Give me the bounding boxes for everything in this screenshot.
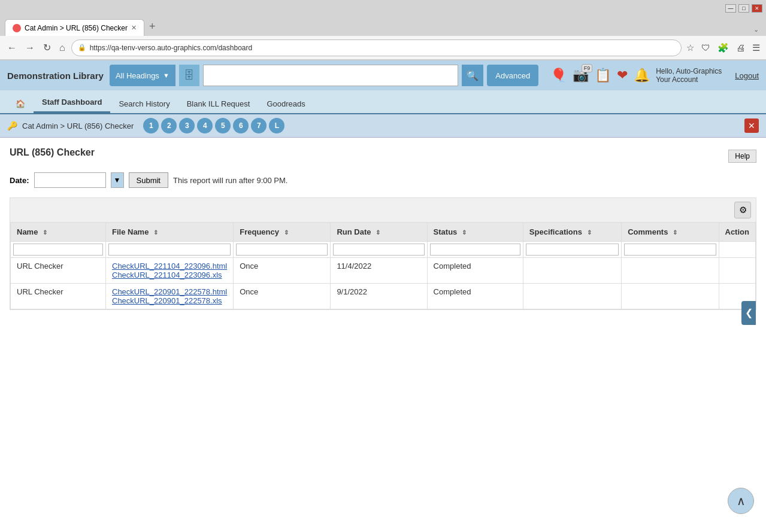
browser-toolbar: ← → ↻ ⌂ 🔒 ☆ 🛡 🧩 🖨 ☰ [0, 36, 766, 60]
headings-label: All Headings [116, 71, 159, 80]
filter-comments[interactable] [624, 244, 716, 256]
sort-rundate-icon[interactable]: ⇕ [376, 229, 380, 236]
row1-action [719, 258, 756, 284]
title-bar: — □ ✕ [0, 0, 766, 17]
page-l-button[interactable]: L [269, 118, 284, 133]
bell-icon[interactable]: 🔔 [634, 68, 650, 83]
filter-specifications[interactable] [526, 244, 619, 256]
row2-html-link[interactable]: CheckURL_220901_222578.html [112, 287, 227, 296]
col-name: Name ⇕ [11, 223, 106, 242]
minimize-button[interactable]: — [725, 4, 736, 13]
advanced-button[interactable]: Advanced [487, 65, 538, 86]
table-header-row: Name ⇕ File Name ⇕ Frequency ⇕ Run Date … [11, 223, 756, 242]
row2-status: Completed [427, 284, 523, 309]
list-icon[interactable]: 📋 [595, 68, 611, 83]
new-tab-button[interactable]: + [144, 20, 161, 33]
table-row: URL Checker CheckURL_220901_222578.html … [11, 284, 756, 309]
window-controls[interactable]: — □ ✕ [725, 4, 762, 13]
blank-ill-request-nav-item[interactable]: Blank ILL Request [178, 95, 259, 113]
app-header: Demonstration Library All Headings ▼ 🗄 🔍… [0, 60, 766, 90]
close-breadcrumb-button[interactable]: ✕ [744, 118, 759, 133]
extensions-button[interactable]: 🧩 [716, 41, 730, 54]
help-button[interactable]: Help [728, 150, 756, 163]
headings-dropdown[interactable]: All Headings ▼ [110, 65, 175, 86]
goodreads-nav-item[interactable]: Goodreads [258, 95, 313, 113]
tab-close-icon[interactable]: ✕ [131, 24, 137, 32]
bookmark-button[interactable]: ☆ [685, 41, 695, 54]
chevron-left-icon: ❮ [745, 307, 753, 318]
account-section[interactable]: Hello, Auto-Graphics Your Account [656, 67, 722, 84]
tab-dropdown-button[interactable]: ⌄ [751, 23, 761, 36]
browser-tabs: Cat Admin > URL (856) Checker ✕ + ⌄ [0, 17, 766, 36]
row1-xls-link[interactable]: CheckURL_221104_223096.xls [112, 270, 227, 279]
tab-title: Cat Admin > URL (856) Checker [25, 24, 128, 32]
back-button[interactable]: ← [5, 41, 19, 54]
date-input[interactable] [34, 172, 106, 188]
sort-specifications-icon[interactable]: ⇕ [587, 229, 592, 236]
filter-rundate[interactable] [333, 244, 424, 256]
account-label: Your Account [656, 75, 722, 84]
home-button[interactable]: ⌂ [57, 41, 68, 54]
filter-name[interactable] [13, 244, 103, 256]
filter-frequency[interactable] [236, 244, 328, 256]
submit-button[interactable]: Submit [129, 172, 168, 188]
row2-rundate: 9/1/2022 [331, 284, 427, 309]
refresh-button[interactable]: ↻ [41, 41, 53, 54]
page-4-button[interactable]: 4 [197, 118, 213, 133]
row1-rundate: 11/4/2022 [331, 258, 427, 284]
chevron-up-icon: ∧ [737, 494, 746, 497]
address-input[interactable] [90, 44, 675, 52]
tab-favicon [13, 24, 21, 32]
table-row: URL Checker CheckURL_221104_223096.html … [11, 258, 756, 284]
sort-status-icon[interactable]: ⇕ [462, 229, 467, 236]
collapse-panel-button[interactable]: ❮ [741, 301, 756, 325]
search-input[interactable] [203, 65, 459, 86]
shield-button[interactable]: 🛡 [700, 41, 711, 54]
row1-frequency: Once [234, 258, 331, 284]
database-icon-button[interactable]: 🗄 [179, 65, 199, 86]
sort-comments-icon[interactable]: ⇕ [673, 229, 677, 236]
sort-name-icon[interactable]: ⇕ [43, 229, 47, 236]
date-picker-button[interactable]: ▼ [111, 172, 124, 188]
sort-frequency-icon[interactable]: ⇕ [284, 229, 289, 236]
menu-button[interactable]: ☰ [751, 41, 761, 54]
col-status: Status ⇕ [427, 223, 523, 242]
col-rundate: Run Date ⇕ [331, 223, 427, 242]
row2-xls-link[interactable]: CheckURL_220901_222578.xls [112, 296, 227, 305]
lock-icon: 🔒 [78, 44, 86, 51]
search-icon: 🔍 [467, 70, 479, 81]
logout-button[interactable]: Logout [735, 71, 759, 80]
home-nav-item[interactable]: 🏠 [7, 95, 34, 113]
page-2-button[interactable]: 2 [161, 118, 177, 133]
row2-specifications [523, 284, 621, 309]
pagination-numbers: 1 2 3 4 5 6 7 L [143, 118, 284, 133]
gear-button[interactable]: ⚙ [734, 202, 751, 218]
filter-filename[interactable] [108, 244, 231, 256]
print-button[interactable]: 🖨 [735, 41, 746, 54]
page-7-button[interactable]: 7 [251, 118, 267, 133]
breadcrumb-path: Cat Admin > URL (856) Checker [22, 121, 134, 130]
filter-status[interactable] [430, 244, 520, 256]
search-button[interactable]: 🔍 [462, 65, 483, 86]
report-note: This report will run after 9:00 PM. [173, 176, 287, 185]
breadcrumb-bar: 🔑 Cat Admin > URL (856) Checker 1 2 3 4 … [0, 114, 766, 138]
search-history-nav-item[interactable]: Search History [110, 95, 178, 113]
row1-html-link[interactable]: CheckURL_221104_223096.html [112, 262, 227, 270]
app-title: Demonstration Library [7, 71, 104, 81]
hot-air-balloon-icon[interactable]: 🎈 [550, 68, 567, 83]
heart-icon[interactable]: ❤ [617, 68, 628, 83]
close-button[interactable]: ✕ [752, 4, 762, 13]
forward-button[interactable]: → [23, 41, 37, 54]
page-3-button[interactable]: 3 [179, 118, 195, 133]
maximize-button[interactable]: □ [738, 4, 749, 13]
toolbar-icons: ☆ 🛡 🧩 🖨 ☰ [685, 41, 761, 54]
page-6-button[interactable]: 6 [233, 118, 249, 133]
active-tab[interactable]: Cat Admin > URL (856) Checker ✕ [5, 19, 144, 36]
col-specifications: Specifications ⇕ [523, 223, 621, 242]
page-5-button[interactable]: 5 [215, 118, 231, 133]
row2-comments [622, 284, 719, 309]
page-1-button[interactable]: 1 [143, 118, 159, 133]
sort-filename-icon[interactable]: ⇕ [153, 229, 158, 236]
filter-row [11, 242, 756, 258]
staff-dashboard-nav-item[interactable]: Staff Dashboard [34, 93, 110, 113]
